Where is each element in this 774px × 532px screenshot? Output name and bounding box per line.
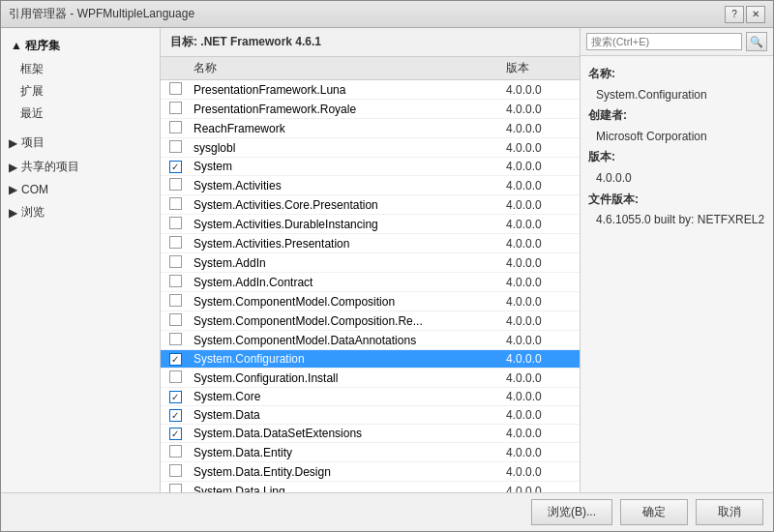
help-button[interactable]: ? [725, 6, 744, 23]
row-name: System.Data.Linq [190, 485, 502, 493]
table-row[interactable]: ✓System.Core4.0.0.0 [161, 388, 580, 406]
table-row[interactable]: ✓System.Data4.0.0.0 [161, 406, 580, 425]
row-name: System.Activities.Presentation [190, 237, 502, 251]
table-row[interactable]: ✓System4.0.0.0 [161, 158, 580, 176]
table-row[interactable]: System.ComponentModel.DataAnnotations4.0… [161, 331, 580, 350]
row-checkbox[interactable] [161, 484, 190, 492]
row-name: System.Activities [190, 179, 502, 192]
row-name: System.Activities.Core.Presentation [190, 198, 502, 212]
ok-button[interactable]: 确定 [620, 499, 688, 525]
row-version: 4.0.0.0 [502, 103, 580, 116]
row-name: System.Data.DataSetExtensions [190, 427, 502, 440]
row-version: 4.0.0.0 [502, 352, 580, 366]
sidebar-item-recent[interactable]: 最近 [1, 103, 160, 125]
row-checkbox[interactable] [161, 370, 190, 385]
row-checkbox[interactable] [161, 140, 190, 155]
table-row[interactable]: System.Data.Entity4.0.0.0 [161, 443, 580, 462]
row-name: System.AddIn [190, 256, 502, 270]
sidebar-item-framework[interactable]: 框架 [1, 58, 160, 80]
row-version: 4.0.0.0 [502, 198, 580, 212]
row-checkbox[interactable]: ✓ [161, 428, 190, 440]
row-version: 4.0.0.0 [502, 314, 580, 328]
row-version: 4.0.0.0 [502, 334, 580, 347]
detail-name-value: System.Configuration [588, 85, 765, 106]
row-checkbox[interactable] [161, 121, 190, 135]
row-name: PresentationFramework.Royale [190, 103, 502, 116]
row-version: 4.0.0.0 [502, 179, 580, 192]
row-checkbox[interactable]: ✓ [161, 353, 190, 366]
row-version: 4.0.0.0 [502, 141, 580, 155]
browse-button[interactable]: 浏览(B)... [531, 499, 612, 525]
browse-expand-icon: ▶ [9, 206, 17, 220]
row-version: 4.0.0.0 [502, 160, 580, 173]
shared-label: 共享的项目 [21, 159, 79, 175]
table-row[interactable]: System.AddIn4.0.0.0 [161, 253, 580, 273]
table-row[interactable]: System.ComponentModel.Composition.Re...4… [161, 311, 580, 331]
row-checkbox[interactable] [161, 445, 190, 459]
row-checkbox[interactable] [161, 178, 190, 192]
row-checkbox[interactable]: ✓ [161, 409, 190, 422]
window-title: 引用管理器 - WPFMultipleLanguage [9, 6, 194, 22]
row-checkbox[interactable] [161, 236, 190, 251]
table-row[interactable]: System.Data.Linq4.0.0.0 [161, 482, 580, 492]
table-row[interactable]: System.Configuration.Install4.0.0.0 [161, 369, 580, 388]
sidebar-item-projects[interactable]: ▶ 项目 [1, 131, 160, 155]
table-row[interactable]: System.Activities.DurableInstancing4.0.0… [161, 215, 580, 234]
row-checkbox[interactable] [161, 255, 190, 270]
table-row[interactable]: System.Activities.Presentation4.0.0.0 [161, 234, 580, 253]
table-row[interactable]: System.AddIn.Contract4.0.0.0 [161, 273, 580, 292]
detail-name-label: 名称: [588, 64, 765, 85]
row-checkbox[interactable] [161, 197, 190, 212]
search-input[interactable] [586, 33, 742, 50]
table-row[interactable]: ✓System.Data.DataSetExtensions4.0.0.0 [161, 425, 580, 443]
row-checkbox[interactable] [161, 313, 190, 328]
table-row[interactable]: System.Data.Entity.Design4.0.0.0 [161, 462, 580, 482]
target-bar: 目标: .NET Framework 4.6.1 [161, 28, 580, 57]
row-checkbox[interactable] [161, 333, 190, 347]
row-checkbox[interactable] [161, 102, 190, 116]
table-row[interactable]: System.ComponentModel.Composition4.0.0.0 [161, 292, 580, 311]
table-row[interactable]: ✓System.Configuration4.0.0.0 [161, 350, 580, 369]
row-version: 4.0.0.0 [502, 465, 580, 479]
row-name: PresentationFramework.Luna [190, 83, 502, 97]
detail-creator-value: Microsoft Corporation [588, 127, 765, 148]
projects-expand-icon: ▶ [9, 136, 17, 150]
detail-version-value: 4.0.0.0 [588, 168, 765, 190]
assembly-list[interactable]: PresentationFramework.Luna4.0.0.0Present… [161, 80, 580, 492]
row-checkbox[interactable] [161, 217, 190, 231]
sidebar-item-extensions[interactable]: 扩展 [1, 80, 160, 103]
browse-label: 浏览 [21, 204, 45, 221]
header-version-col[interactable]: 版本 [502, 60, 580, 76]
search-bar: 🔍 [580, 28, 773, 56]
row-name: System.Configuration.Install [190, 371, 502, 385]
table-row[interactable]: System.Activities.Core.Presentation4.0.0… [161, 195, 580, 215]
assemblies-header[interactable]: ▲ 程序集 [1, 34, 160, 58]
cancel-button[interactable]: 取消 [696, 499, 763, 525]
row-checkbox[interactable]: ✓ [161, 161, 190, 173]
close-button[interactable]: ✕ [746, 6, 765, 23]
table-row[interactable]: PresentationFramework.Royale4.0.0.0 [161, 100, 580, 119]
search-button[interactable]: 🔍 [746, 32, 767, 51]
row-name: System [190, 160, 502, 173]
row-checkbox[interactable] [161, 294, 190, 309]
table-row[interactable]: PresentationFramework.Luna4.0.0.0 [161, 80, 580, 100]
table-row[interactable]: System.Activities4.0.0.0 [161, 176, 580, 195]
row-version: 4.0.0.0 [502, 485, 580, 493]
row-version: 4.0.0.0 [502, 237, 580, 251]
row-name: System.Core [190, 390, 502, 403]
main-window: 引用管理器 - WPFMultipleLanguage ? ✕ ▲ 程序集 框架… [0, 0, 774, 532]
row-name: System.Data.Entity [190, 446, 502, 459]
table-row[interactable]: sysglobl4.0.0.0 [161, 138, 580, 158]
header-name-col[interactable]: 名称 [190, 60, 502, 76]
row-checkbox[interactable] [161, 464, 190, 479]
com-label: COM [21, 183, 48, 196]
table-row[interactable]: ReachFramework4.0.0.0 [161, 119, 580, 138]
title-bar: 引用管理器 - WPFMultipleLanguage ? ✕ [1, 1, 773, 28]
row-checkbox[interactable] [161, 82, 190, 97]
row-checkbox[interactable]: ✓ [161, 391, 190, 403]
sidebar-item-shared[interactable]: ▶ 共享的项目 [1, 155, 160, 179]
sidebar-item-com[interactable]: ▶ COM [1, 179, 160, 200]
sidebar-item-browse[interactable]: ▶ 浏览 [1, 200, 160, 224]
row-name: System.Data.Entity.Design [190, 465, 502, 479]
row-checkbox[interactable] [161, 275, 190, 289]
